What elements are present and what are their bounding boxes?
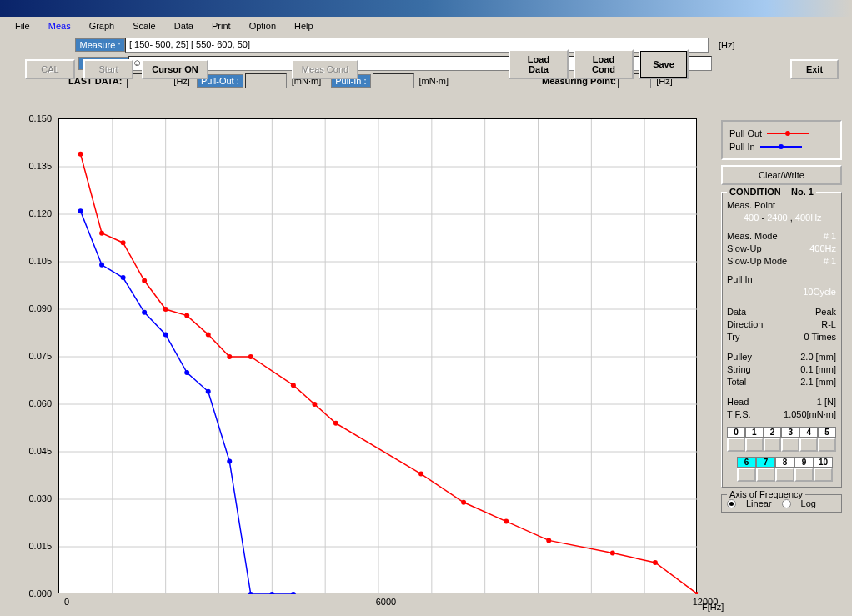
load-cond-button[interactable]: Load Cond — [574, 49, 634, 79]
svg-point-36 — [610, 551, 615, 556]
svg-point-22 — [121, 240, 126, 245]
svg-point-23 — [142, 278, 147, 283]
svg-point-27 — [227, 354, 232, 359]
slot-button[interactable] — [799, 438, 818, 452]
y-tick: 0.105 — [20, 256, 52, 266]
y-tick: 0.120 — [20, 208, 52, 218]
legend-pullout-line — [767, 133, 809, 134]
exit-button[interactable]: Exit — [790, 59, 839, 79]
svg-point-47 — [248, 592, 253, 594]
svg-point-31 — [333, 421, 338, 426]
slot-button[interactable] — [818, 438, 836, 452]
y-tick: 0.150 — [20, 113, 52, 123]
svg-point-21 — [99, 231, 104, 236]
axis-frequency-group: Axis of Frequency Linear Log — [721, 494, 842, 513]
start-button[interactable]: Start — [83, 59, 133, 79]
menubar: File Meas Graph Scale Data Print Option … — [0, 17, 852, 35]
x-axis-label: F[Hz] — [702, 602, 724, 612]
svg-point-43 — [163, 332, 168, 337]
slot-label: 3 — [781, 427, 799, 438]
x-tick: 6000 — [369, 597, 403, 607]
slot-label: 5 — [818, 427, 836, 438]
svg-point-42 — [142, 310, 147, 315]
slot-label: 1 — [745, 427, 764, 438]
pullin-val — [373, 73, 414, 88]
y-tick: 0.060 — [20, 398, 52, 408]
legend-pullin-label: Pull In — [729, 142, 755, 152]
slot-label: 6 — [737, 457, 756, 468]
hz-unit: [Hz] — [719, 40, 735, 50]
menu-option[interactable]: Option — [241, 19, 284, 33]
svg-point-41 — [121, 275, 126, 280]
svg-point-33 — [461, 500, 466, 505]
save-button[interactable]: Save — [639, 49, 689, 79]
y-tick: 0.135 — [20, 161, 52, 171]
svg-point-26 — [206, 332, 211, 337]
slot-label: 9 — [794, 457, 814, 468]
svg-point-35 — [546, 538, 551, 543]
slot-button[interactable] — [756, 468, 775, 482]
menu-data[interactable]: Data — [166, 19, 202, 33]
cursor-on-button[interactable]: Cursor ON — [142, 59, 208, 79]
svg-point-45 — [206, 389, 211, 394]
svg-point-32 — [418, 472, 423, 477]
svg-point-34 — [504, 519, 509, 524]
svg-point-20 — [78, 152, 83, 157]
slot-button[interactable] — [781, 438, 799, 452]
svg-point-25 — [184, 313, 189, 318]
svg-point-44 — [184, 370, 189, 375]
menu-scale[interactable]: Scale — [124, 19, 164, 33]
chart[interactable] — [58, 118, 697, 593]
y-tick: 0.090 — [20, 303, 52, 313]
slot-label: 8 — [775, 457, 794, 468]
menu-help[interactable]: Help — [286, 19, 322, 33]
svg-point-37 — [653, 560, 658, 565]
svg-point-30 — [312, 402, 317, 407]
slot-button[interactable] — [745, 438, 764, 452]
svg-point-28 — [248, 354, 253, 359]
measure-label: Measure : — [75, 38, 125, 52]
y-tick: 0.075 — [20, 351, 52, 361]
load-data-button[interactable]: Load Data — [509, 49, 569, 79]
slot-label: 4 — [799, 427, 818, 438]
radio-log[interactable] — [782, 499, 791, 508]
y-tick: 0.015 — [20, 541, 52, 551]
slot-button[interactable] — [794, 468, 814, 482]
legend: Pull Out Pull In — [721, 120, 842, 160]
slot-button[interactable] — [775, 468, 794, 482]
y-tick: 0.045 — [20, 446, 52, 456]
y-tick: 0.030 — [20, 493, 52, 503]
menu-graph[interactable]: Graph — [81, 19, 123, 33]
slot-button[interactable] — [764, 438, 782, 452]
legend-pullout-label: Pull Out — [729, 128, 762, 138]
cal-button[interactable]: CAL — [25, 59, 75, 79]
slot-button[interactable] — [814, 468, 833, 482]
slot-label: 2 — [764, 427, 782, 438]
condition-panel: CONDITION No. 1 Meas. Point 400 - 2400 ,… — [721, 192, 842, 488]
radio-linear[interactable] — [727, 499, 736, 508]
slot-label: 10 — [814, 457, 833, 468]
clear-write-button[interactable]: Clear/Write — [721, 165, 842, 185]
menu-file[interactable]: File — [7, 19, 38, 33]
x-tick: 0 — [50, 597, 83, 607]
svg-point-24 — [163, 307, 168, 312]
svg-point-49 — [291, 592, 296, 594]
svg-point-39 — [78, 208, 83, 213]
svg-point-46 — [227, 458, 232, 463]
y-tick: 0.000 — [20, 588, 52, 598]
svg-point-29 — [291, 383, 296, 388]
chart-svg — [59, 119, 698, 594]
menu-print[interactable]: Print — [203, 19, 239, 33]
legend-pullin-line — [760, 146, 802, 148]
slot-button[interactable] — [727, 438, 745, 452]
slot-label: 7 — [756, 457, 775, 468]
mnm-unit2: [mN·m] — [419, 76, 449, 86]
svg-point-40 — [99, 263, 104, 268]
slot-button[interactable] — [737, 468, 756, 482]
svg-point-48 — [269, 592, 274, 594]
meas-cond-button[interactable]: Meas Cond — [292, 59, 358, 79]
menu-meas[interactable]: Meas — [40, 19, 79, 33]
slot-label: 0 — [727, 427, 745, 438]
